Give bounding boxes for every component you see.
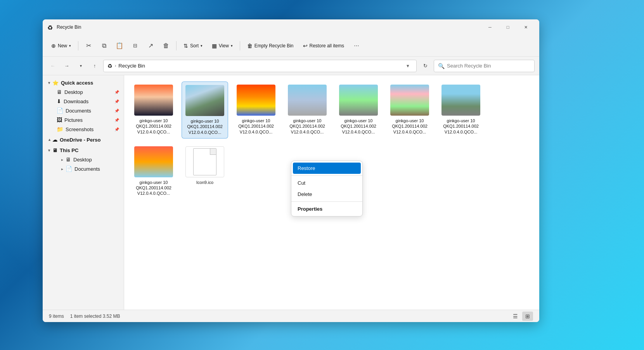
ctx-cut-label: Cut [298,180,305,186]
share-button[interactable]: ↗ [144,39,158,53]
forward-button[interactable]: → [61,61,72,71]
recent-locations-button[interactable]: ▾ [75,61,86,71]
sidebar-item-downloads[interactable]: ⬇ Downloads 📌 [44,97,122,106]
ctx-separator-2 [291,201,362,202]
file-name-1: ginkgo-user 10 QKQ1.200114.002 V12.0.4.0… [133,118,174,135]
this-pc-header[interactable]: ▾ 🖥 This PC [44,146,122,155]
address-dropdown-icon[interactable]: ▾ [403,61,412,71]
cut-button[interactable]: ✂ [81,39,95,53]
search-box[interactable]: 🔍 [434,60,535,72]
quick-access-section: ▾ ⭐ Quick access 🖥 Desktop 📌 ⬇ Downloads… [43,78,124,134]
ctx-separator-1 [291,175,362,176]
file-thumbnail-8 [134,146,173,177]
sort-button[interactable]: ⇅ Sort ▾ [180,40,206,51]
restore-all-items-label: Restore all items [310,43,344,49]
file-thumbnail-1 [134,85,173,116]
copy-button[interactable]: ⧉ [97,39,111,53]
status-left: 9 items 1 item selected 3.52 MB [49,314,120,319]
sidebar-item-documents-label: Documents [66,108,91,114]
onedrive-chevron-icon: ▸ [47,139,51,141]
pictures-icon: 🖼 [57,117,62,123]
new-button[interactable]: ⊕ New ▾ [47,40,75,51]
file-item-6[interactable]: ginkgo-user 10 QKQ1.200114.002 V12.0.4.0… [386,81,433,139]
more-options-button[interactable]: ··· [350,39,364,53]
this-pc-desktop-icon: 🖥 [66,156,71,163]
back-button[interactable]: ← [47,61,58,71]
file-name-6: ginkgo-user 10 QKQ1.200114.002 V12.0.4.0… [390,118,430,135]
delete-button[interactable]: 🗑 [159,39,173,53]
toolbar-separator-1 [78,41,78,50]
recycle-bin-icon: ♻ [47,24,54,30]
file-item-8[interactable]: ginkgo-user 10 QKQ1.200114.002 V12.0.4.0… [130,143,177,199]
restore-all-items-button[interactable]: ↩ Restore all items [299,40,348,51]
search-input[interactable] [447,63,530,69]
pin-icon-4: 📌 [114,118,119,122]
path-recycle-icon: ♻ [107,63,113,69]
pin-icon-5: 📌 [114,127,119,132]
file-item-4[interactable]: ginkgo-user 10 QKQ1.200114.002 V12.0.4.0… [284,81,331,139]
file-name-3: ginkgo-user 10 QKQ1.200114.002 V12.0.4.0… [236,118,276,135]
file-item-7[interactable]: ginkgo-user 10 QKQ1.200114.002 V12.0.4.0… [438,81,484,139]
ctx-restore[interactable]: Restore [293,163,361,174]
item-count: 9 items [49,314,64,319]
close-button[interactable]: ✕ [517,21,535,33]
file-item-3[interactable]: ginkgo-user 10 QKQ1.200114.002 V12.0.4.0… [233,81,279,139]
minimize-button[interactable]: ─ [481,21,499,33]
screenshots-icon: 📁 [57,126,63,132]
file-item-2[interactable]: ginkgo-user 10 QKQ1.200114.002 V12.0.4.0… [182,81,228,139]
sidebar-item-pictures[interactable]: 🖼 Pictures 📌 [44,115,122,125]
onedrive-icon: ☁ [52,137,57,143]
file-thumbnail-6 [390,85,429,116]
file-name-9: Icon9.ico [196,180,213,185]
quick-access-chevron-icon: ▾ [48,81,50,85]
paste-button[interactable]: 📋 [113,39,126,53]
new-chevron-icon: ▾ [69,44,71,48]
onedrive-section: ▸ ☁ OneDrive - Perso [43,135,124,144]
empty-recycle-bin-label: Empty Recycle Bin [254,43,294,49]
maximize-button[interactable]: □ [499,21,517,33]
view-button[interactable]: ▦ View ▾ [208,40,237,51]
ctx-delete-label: Delete [298,191,312,197]
rename-button[interactable]: ⊟ [128,39,142,53]
quick-access-header[interactable]: ▾ ⭐ Quick access [44,78,122,87]
this-pc-label: This PC [60,147,78,153]
file-item-1[interactable]: ginkgo-user 10 QKQ1.200114.002 V12.0.4.0… [130,81,177,139]
path-text: Recycle Bin [118,63,145,69]
file-explorer-window: ♻ Recycle Bin ─ □ ✕ ⊕ New ▾ ✂ ⧉ 📋 ⊟ ↗ 🗑 … [43,19,539,322]
sidebar-item-documents[interactable]: 📄 Documents 📌 [44,106,122,115]
list-view-button[interactable]: ☰ [510,312,521,321]
sidebar-item-this-pc-documents[interactable]: ▸ 📄 Documents [44,164,122,173]
file-name-4: ginkgo-user 10 QKQ1.200114.002 V12.0.4.0… [287,118,327,135]
restore-icon: ↩ [303,43,308,49]
up-button[interactable]: ↑ [89,61,100,71]
sidebar-item-screenshots[interactable]: 📁 Screenshots 📌 [44,125,122,134]
refresh-button[interactable]: ↻ [420,61,431,71]
selection-info: 1 item selected 3.52 MB [70,314,120,319]
quick-access-star-icon: ⭐ [52,80,59,86]
file-area: ginkgo-user 10 QKQ1.200114.002 V12.0.4.0… [124,75,539,310]
ctx-delete[interactable]: Delete [291,189,362,200]
sort-icon: ⇅ [184,43,188,49]
file-item-5[interactable]: ginkgo-user 10 QKQ1.200114.002 V12.0.4.0… [335,81,382,139]
grid-view-button[interactable]: ⊞ [522,312,533,321]
sidebar-item-desktop-label: Desktop [64,89,83,95]
quick-access-label: Quick access [61,80,93,86]
onedrive-header[interactable]: ▸ ☁ OneDrive - Perso [44,135,122,144]
address-path-container[interactable]: ♻ › Recycle Bin ▾ [103,60,417,72]
sidebar-item-screenshots-label: Screenshots [66,126,93,132]
empty-recycle-bin-button[interactable]: 🗑 Empty Recycle Bin [243,40,298,51]
sidebar: ▾ ⭐ Quick access 🖥 Desktop 📌 ⬇ Downloads… [43,75,124,310]
main-content: ▾ ⭐ Quick access 🖥 Desktop 📌 ⬇ Downloads… [43,75,539,310]
sidebar-item-this-pc-desktop[interactable]: ▸ 🖥 Desktop [44,155,122,164]
this-pc-documents-icon: 📄 [66,166,72,172]
view-chevron-icon: ▾ [231,44,233,48]
ctx-properties[interactable]: Properties [291,203,362,215]
pin-icon-2: 📌 [114,99,119,104]
ctx-properties-label: Properties [298,206,322,212]
sidebar-item-desktop[interactable]: 🖥 Desktop 📌 [44,87,122,97]
sort-label: Sort [190,43,199,49]
ctx-cut[interactable]: Cut [291,177,362,189]
sidebar-item-pictures-label: Pictures [64,117,83,123]
file-item-9[interactable]: Icon9.ico [182,143,228,199]
this-pc-desktop-label: Desktop [73,157,92,163]
